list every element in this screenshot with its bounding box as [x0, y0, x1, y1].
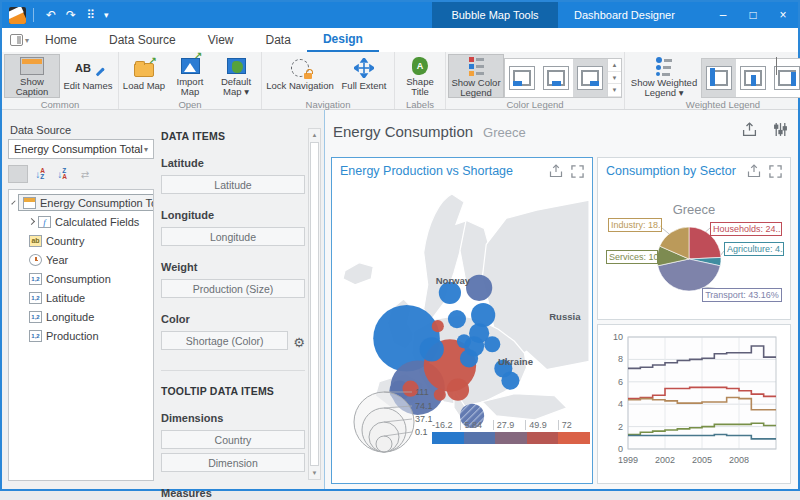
import-map-icon: ↗ — [181, 58, 200, 74]
map-bubble[interactable] — [484, 336, 500, 352]
weighted-legend-value: 74.1 — [415, 401, 433, 411]
weighted-legend-style-2[interactable] — [736, 59, 770, 97]
section-label-longitude: Longitude — [161, 209, 305, 221]
group-label-open: Open — [121, 98, 259, 111]
scrollbar[interactable]: ▲ ▼ — [308, 128, 321, 480]
line-dashboard-item[interactable]: 02468101999200220052008 — [597, 324, 791, 484]
tree-item-longitude[interactable]: 1,2Longitude — [9, 307, 153, 326]
color-legend-gallery: ▲ ▼ ▼ — [504, 58, 622, 98]
minimize-button[interactable]: – — [708, 2, 738, 28]
swap-button[interactable]: ⇄ — [74, 165, 94, 183]
scroll-down-icon[interactable]: ▼ — [309, 467, 320, 479]
country-label: Ukraine — [498, 356, 533, 367]
titlebar: ↶ ↷ ⠿ ▾ Bubble Map Tools Dashboard Desig… — [2, 2, 798, 28]
import-map-button[interactable]: ↗ Import Map — [167, 54, 213, 98]
tree-item-calculated-fields[interactable]: fCalculated Fields — [9, 212, 153, 231]
scroll-up-icon[interactable]: ▲ — [309, 129, 320, 141]
tree-item-consumption[interactable]: 1,2Consumption — [9, 269, 153, 288]
default-map-button[interactable]: Default Map ▾ — [213, 54, 259, 98]
show-caption-button[interactable]: Show Caption — [4, 54, 60, 98]
shape-title-button[interactable]: A Shape Title — [397, 54, 443, 98]
expander-right-icon[interactable] — [28, 218, 35, 225]
gallery-down-icon[interactable]: ▼ — [608, 72, 621, 85]
y-axis-tick: 0 — [618, 444, 623, 454]
tab-view[interactable]: View — [192, 28, 250, 52]
color-legend-segment — [432, 432, 464, 444]
maximize-button[interactable]: □ — [738, 2, 768, 28]
show-weighted-legend-button[interactable]: Show Weighted Legend ▾ — [627, 54, 701, 98]
export-icon[interactable] — [742, 122, 757, 137]
field-shortage-color-[interactable]: Shortage (Color) — [161, 331, 288, 350]
qat-dropdown-icon[interactable]: ▾ — [100, 10, 113, 20]
data-source-label: Data Source — [10, 124, 154, 136]
field-dimension[interactable]: Dimension — [161, 453, 305, 472]
window-title: Dashboard Designer — [574, 2, 675, 28]
color-legend-style-1[interactable] — [505, 59, 539, 97]
default-map-icon — [227, 58, 246, 74]
scroll-thumb[interactable] — [310, 142, 319, 466]
tree-item-country[interactable]: abCountry — [9, 231, 153, 250]
maximize-item-icon[interactable] — [571, 165, 584, 178]
map-bubble[interactable] — [501, 372, 519, 390]
customize-qat-icon[interactable]: ⠿ — [81, 8, 100, 22]
function-icon: f — [38, 216, 51, 228]
lock-navigation-button[interactable]: Lock Navigation — [264, 54, 336, 98]
show-color-legend-button[interactable]: Show Color Legend — [448, 54, 504, 98]
field-production-size-[interactable]: Production (Size) — [161, 279, 305, 298]
full-extent-button[interactable]: Full Extent — [336, 54, 392, 98]
field-latitude[interactable]: Latitude — [161, 175, 305, 194]
context-tab[interactable]: Bubble Map Tools — [432, 2, 558, 28]
weighted-legend-value: 37.1 — [415, 414, 433, 424]
y-axis-tick: 6 — [618, 377, 623, 387]
undo-icon[interactable]: ↶ — [41, 8, 61, 22]
shape-title-icon: A — [412, 57, 428, 75]
close-button[interactable]: × — [768, 2, 798, 28]
tab-home[interactable]: Home — [29, 28, 93, 52]
application-window: ↶ ↷ ⠿ ▾ Bubble Map Tools Dashboard Desig… — [0, 0, 800, 491]
data-source-select[interactable]: Energy Consumption Total▾ — [8, 139, 154, 159]
weighted-legend-style-1[interactable] — [702, 59, 736, 97]
dashboard-surface: Energy Consumption Greece Ener — [324, 110, 798, 489]
field-country[interactable]: Country — [161, 430, 305, 449]
section-label-measures: Measures — [161, 487, 305, 499]
map-bubble[interactable] — [460, 349, 478, 367]
ribbon-menu-button[interactable]: ▾ — [10, 34, 29, 46]
flat-view-button[interactable] — [8, 165, 28, 183]
collapse-ribbon-icon[interactable] — [776, 58, 788, 66]
divider — [161, 370, 305, 371]
tree-item-label: Year — [46, 254, 68, 266]
map-bubble[interactable] — [420, 337, 444, 361]
map-bubble[interactable] — [457, 334, 471, 348]
field-longitude[interactable]: Longitude — [161, 227, 305, 246]
pie-label-agriculture: Agriculture: 4.21% — [724, 242, 784, 256]
tab-data[interactable]: Data — [250, 28, 307, 52]
color-legend-style-2[interactable] — [539, 59, 573, 97]
map-bubble[interactable] — [471, 303, 495, 327]
sort-descending-button[interactable]: ↓ZA — [52, 165, 72, 183]
color-legend-style-3[interactable] — [573, 59, 607, 97]
redo-icon[interactable]: ↷ — [61, 8, 81, 22]
tree-item-production[interactable]: 1,2Production — [9, 326, 153, 345]
tree-item-latitude[interactable]: 1,2Latitude — [9, 288, 153, 307]
pie-dashboard-item[interactable]: Consumption by Sector Greece — [597, 157, 791, 320]
edit-names-button[interactable]: AB Edit Names — [60, 54, 116, 98]
tab-design[interactable]: Design — [307, 28, 379, 52]
numeric-field-icon: 1,2 — [29, 273, 42, 285]
map-bubble[interactable] — [432, 320, 444, 332]
gallery-more-icon[interactable]: ▼ — [608, 84, 621, 97]
gallery-up-icon[interactable]: ▲ — [608, 59, 621, 72]
tree-item-year[interactable]: Year — [9, 250, 153, 269]
options-gear-icon[interactable]: ⚙ — [293, 335, 305, 350]
section-label-latitude: Latitude — [161, 157, 305, 169]
map-dashboard-item[interactable]: Energy Production vs Shortage — [331, 157, 593, 484]
country-label: Norway — [436, 275, 471, 286]
load-map-button[interactable]: ↗ Load Map — [121, 54, 167, 98]
expander-down-icon[interactable] — [11, 200, 15, 204]
tree-item-energy-consumption-total[interactable]: Energy Consumption Total — [9, 193, 153, 212]
sort-ascending-button[interactable]: ↓AZ — [30, 165, 50, 183]
dashboard-title: Energy Consumption — [333, 123, 473, 140]
tab-data-source[interactable]: Data Source — [93, 28, 192, 52]
parameters-icon[interactable] — [773, 122, 788, 137]
export-icon[interactable] — [549, 164, 563, 178]
map-bubble[interactable] — [448, 310, 466, 328]
